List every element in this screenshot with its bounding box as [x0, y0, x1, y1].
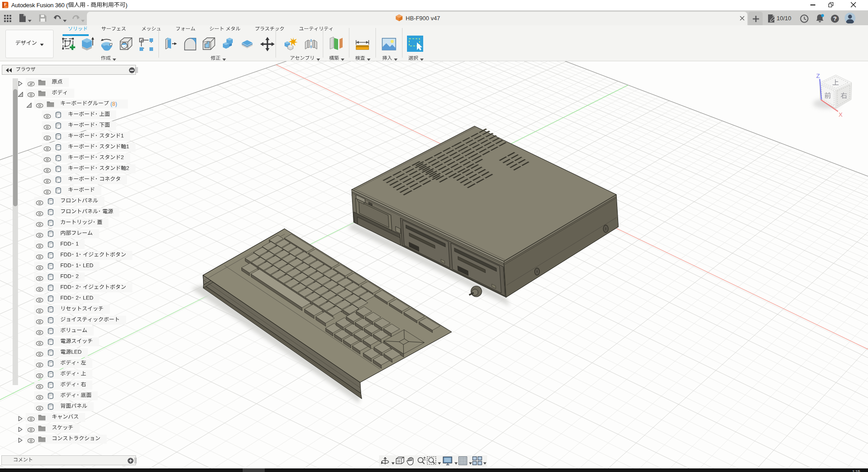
svg-text:?: ? [833, 15, 837, 22]
svg-text:X: X [839, 111, 843, 118]
svg-text:Z: Z [816, 73, 820, 79]
svg-text:F: F [4, 2, 7, 7]
